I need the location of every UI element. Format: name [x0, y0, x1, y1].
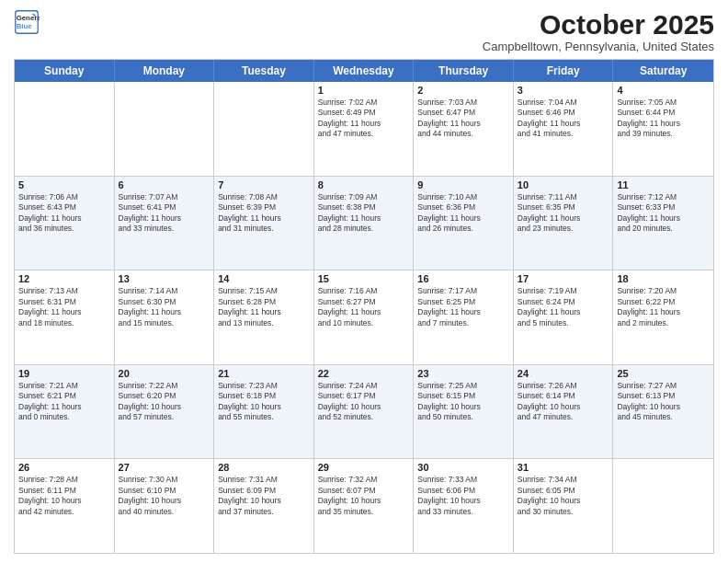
calendar: Sunday Monday Tuesday Wednesday Thursday…: [14, 59, 714, 554]
calendar-week-2: 5Sunrise: 7:06 AM Sunset: 6:43 PM Daylig…: [15, 177, 713, 271]
cell-day-number: 13: [119, 273, 210, 284]
cell-day-number: 23: [417, 368, 509, 379]
calendar-cell: 24Sunrise: 7:26 AM Sunset: 6:14 PM Dayli…: [514, 365, 614, 459]
cell-info: Sunrise: 7:16 AM Sunset: 6:27 PM Dayligh…: [318, 286, 410, 328]
cell-day-number: 25: [617, 368, 710, 379]
cell-info: Sunrise: 7:26 AM Sunset: 6:14 PM Dayligh…: [518, 381, 609, 423]
cell-info: Sunrise: 7:22 AM Sunset: 6:20 PM Dayligh…: [119, 381, 210, 423]
cell-day-number: 6: [119, 179, 210, 190]
cell-day-number: 12: [18, 273, 110, 284]
cell-day-number: 9: [417, 179, 509, 190]
cell-info: Sunrise: 7:24 AM Sunset: 6:17 PM Dayligh…: [318, 381, 410, 423]
calendar-cell: 7Sunrise: 7:08 AM Sunset: 6:39 PM Daylig…: [214, 177, 314, 270]
cell-info: Sunrise: 7:31 AM Sunset: 6:09 PM Dayligh…: [218, 475, 310, 517]
calendar-cell: 2Sunrise: 7:03 AM Sunset: 6:47 PM Daylig…: [414, 82, 514, 176]
calendar-cell: 4Sunrise: 7:05 AM Sunset: 6:44 PM Daylig…: [613, 82, 713, 176]
calendar-cell: [15, 82, 115, 176]
cell-info: Sunrise: 7:09 AM Sunset: 6:38 PM Dayligh…: [318, 192, 410, 235]
col-monday: Monday: [115, 60, 215, 82]
calendar-cell: 6Sunrise: 7:07 AM Sunset: 6:41 PM Daylig…: [115, 177, 215, 270]
calendar-cell: 23Sunrise: 7:25 AM Sunset: 6:15 PM Dayli…: [414, 365, 514, 459]
calendar-cell: 21Sunrise: 7:23 AM Sunset: 6:18 PM Dayli…: [214, 365, 314, 459]
calendar-cell: 5Sunrise: 7:06 AM Sunset: 6:43 PM Daylig…: [15, 177, 115, 270]
col-tuesday: Tuesday: [214, 60, 314, 82]
cell-info: Sunrise: 7:21 AM Sunset: 6:21 PM Dayligh…: [18, 381, 110, 423]
page-title: October 2025: [483, 9, 714, 40]
cell-info: Sunrise: 7:08 AM Sunset: 6:39 PM Dayligh…: [218, 192, 310, 235]
cell-day-number: 5: [18, 179, 110, 190]
calendar-cell: 8Sunrise: 7:09 AM Sunset: 6:38 PM Daylig…: [314, 177, 415, 270]
calendar-cell: [115, 82, 215, 176]
cell-info: Sunrise: 7:23 AM Sunset: 6:18 PM Dayligh…: [218, 381, 310, 423]
cell-day-number: 14: [218, 273, 310, 284]
cell-info: Sunrise: 7:06 AM Sunset: 6:43 PM Dayligh…: [18, 192, 110, 235]
cell-info: Sunrise: 7:32 AM Sunset: 6:07 PM Dayligh…: [318, 475, 410, 517]
calendar-cell: 25Sunrise: 7:27 AM Sunset: 6:13 PM Dayli…: [613, 365, 713, 459]
calendar-cell: 12Sunrise: 7:13 AM Sunset: 6:31 PM Dayli…: [15, 270, 115, 364]
calendar-cell: 1Sunrise: 7:02 AM Sunset: 6:49 PM Daylig…: [314, 82, 415, 176]
cell-day-number: 20: [119, 368, 210, 379]
calendar-cell: 10Sunrise: 7:11 AM Sunset: 6:35 PM Dayli…: [514, 177, 614, 270]
calendar-cell: 19Sunrise: 7:21 AM Sunset: 6:21 PM Dayli…: [15, 365, 115, 459]
calendar-week-4: 19Sunrise: 7:21 AM Sunset: 6:21 PM Dayli…: [15, 365, 713, 460]
cell-info: Sunrise: 7:14 AM Sunset: 6:30 PM Dayligh…: [119, 286, 210, 328]
cell-info: Sunrise: 7:03 AM Sunset: 6:47 PM Dayligh…: [417, 98, 509, 140]
cell-info: Sunrise: 7:04 AM Sunset: 6:46 PM Dayligh…: [518, 98, 609, 140]
calendar-cell: 14Sunrise: 7:15 AM Sunset: 6:28 PM Dayli…: [214, 270, 314, 364]
cell-day-number: 19: [18, 368, 110, 379]
calendar-cell: 13Sunrise: 7:14 AM Sunset: 6:30 PM Dayli…: [115, 270, 215, 364]
calendar-cell: 22Sunrise: 7:24 AM Sunset: 6:17 PM Dayli…: [314, 365, 415, 459]
calendar-cell: [214, 82, 314, 176]
cell-day-number: 7: [218, 179, 310, 190]
cell-day-number: 10: [518, 179, 609, 190]
cell-day-number: 29: [318, 462, 410, 473]
cell-info: Sunrise: 7:17 AM Sunset: 6:25 PM Dayligh…: [417, 286, 509, 328]
calendar-cell: 28Sunrise: 7:31 AM Sunset: 6:09 PM Dayli…: [214, 459, 314, 553]
cell-info: Sunrise: 7:34 AM Sunset: 6:05 PM Dayligh…: [518, 475, 609, 517]
calendar-cell: 11Sunrise: 7:12 AM Sunset: 6:33 PM Dayli…: [613, 177, 713, 270]
cell-info: Sunrise: 7:10 AM Sunset: 6:36 PM Dayligh…: [417, 192, 509, 235]
calendar-cell: 27Sunrise: 7:30 AM Sunset: 6:10 PM Dayli…: [115, 459, 215, 553]
cell-info: Sunrise: 7:27 AM Sunset: 6:13 PM Dayligh…: [617, 381, 710, 423]
cell-day-number: 11: [617, 179, 710, 190]
title-block: October 2025 Campbelltown, Pennsylvania,…: [483, 9, 714, 53]
page-subtitle: Campbelltown, Pennsylvania, United State…: [483, 40, 714, 53]
page: General Blue October 2025 Campbelltown, …: [0, 0, 728, 563]
cell-day-number: 26: [18, 462, 110, 473]
cell-day-number: 17: [518, 273, 609, 284]
logo: General Blue: [14, 9, 40, 35]
calendar-body: 1Sunrise: 7:02 AM Sunset: 6:49 PM Daylig…: [15, 82, 713, 553]
logo-icon: General Blue: [14, 9, 40, 35]
cell-day-number: 18: [617, 273, 710, 284]
cell-info: Sunrise: 7:07 AM Sunset: 6:41 PM Dayligh…: [119, 192, 210, 235]
header: General Blue October 2025 Campbelltown, …: [14, 9, 714, 53]
calendar-cell: 26Sunrise: 7:28 AM Sunset: 6:11 PM Dayli…: [15, 459, 115, 553]
cell-day-number: 28: [218, 462, 310, 473]
col-thursday: Thursday: [414, 60, 514, 82]
calendar-cell: 29Sunrise: 7:32 AM Sunset: 6:07 PM Dayli…: [314, 459, 415, 553]
cell-day-number: 31: [518, 462, 609, 473]
calendar-cell: 16Sunrise: 7:17 AM Sunset: 6:25 PM Dayli…: [414, 270, 514, 364]
cell-info: Sunrise: 7:13 AM Sunset: 6:31 PM Dayligh…: [18, 286, 110, 328]
calendar-cell: 31Sunrise: 7:34 AM Sunset: 6:05 PM Dayli…: [514, 459, 614, 553]
cell-day-number: 1: [318, 85, 410, 96]
cell-info: Sunrise: 7:30 AM Sunset: 6:10 PM Dayligh…: [119, 475, 210, 517]
cell-day-number: 22: [318, 368, 410, 379]
col-sunday: Sunday: [15, 60, 115, 82]
svg-text:General: General: [17, 14, 40, 22]
cell-day-number: 16: [417, 273, 509, 284]
cell-info: Sunrise: 7:19 AM Sunset: 6:24 PM Dayligh…: [518, 286, 609, 328]
cell-day-number: 15: [318, 273, 410, 284]
cell-day-number: 24: [518, 368, 609, 379]
calendar-cell: [613, 459, 713, 553]
calendar-cell: 9Sunrise: 7:10 AM Sunset: 6:36 PM Daylig…: [414, 177, 514, 270]
cell-day-number: 8: [318, 179, 410, 190]
col-friday: Friday: [514, 60, 614, 82]
calendar-cell: 3Sunrise: 7:04 AM Sunset: 6:46 PM Daylig…: [514, 82, 614, 176]
cell-day-number: 30: [417, 462, 509, 473]
calendar-cell: 18Sunrise: 7:20 AM Sunset: 6:22 PM Dayli…: [613, 270, 713, 364]
cell-info: Sunrise: 7:12 AM Sunset: 6:33 PM Dayligh…: [617, 192, 710, 235]
calendar-cell: 15Sunrise: 7:16 AM Sunset: 6:27 PM Dayli…: [314, 270, 415, 364]
cell-day-number: 27: [119, 462, 210, 473]
col-wednesday: Wednesday: [314, 60, 415, 82]
